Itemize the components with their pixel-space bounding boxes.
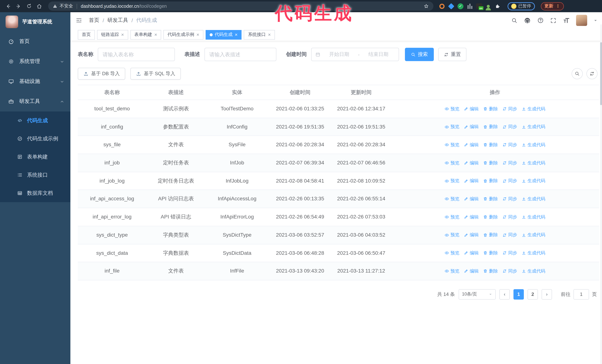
address-bar[interactable]: 不安全 dashboard.yudao.iocoder.cn/tool/code… <box>48 1 433 11</box>
action-preview-link[interactable]: 预览 <box>445 196 459 202</box>
table-name-input[interactable] <box>98 48 175 61</box>
prev-page-button[interactable]: ‹ <box>499 289 510 300</box>
extension-icon[interactable]: ✓ <box>457 3 464 10</box>
action-preview-link[interactable]: 预览 <box>445 159 459 166</box>
app-logo[interactable]: 芋道管理系统 <box>0 12 70 31</box>
tab-系统接口[interactable]: 系统接口× <box>244 30 275 40</box>
action-generate-code-link[interactable]: 生成代码 <box>522 159 545 166</box>
page-button-1[interactable]: 1 <box>514 289 524 300</box>
action-sync-link[interactable]: 同步 <box>502 196 517 202</box>
extension-icon[interactable] <box>439 3 445 10</box>
action-sync-link[interactable]: 同步 <box>502 141 517 148</box>
goto-page-input[interactable] <box>573 289 589 300</box>
forward-icon[interactable] <box>14 2 23 10</box>
close-icon[interactable]: × <box>196 32 199 37</box>
action-preview-link[interactable]: 预览 <box>445 250 459 256</box>
reload-icon[interactable] <box>24 2 33 10</box>
action-edit-link[interactable]: 编辑 <box>464 141 479 148</box>
action-edit-link[interactable]: 编辑 <box>464 105 479 112</box>
action-sync-link[interactable]: 同步 <box>502 105 517 112</box>
refresh-table-button[interactable] <box>586 68 598 79</box>
action-preview-link[interactable]: 预览 <box>445 232 459 239</box>
sidebar-item-codegen[interactable]: 代码生成 <box>0 112 70 130</box>
action-sync-link[interactable]: 同步 <box>502 123 517 130</box>
fullscreen-icon[interactable] <box>550 17 556 23</box>
action-delete-link[interactable]: 删除 <box>483 213 498 220</box>
action-delete-link[interactable]: 删除 <box>483 159 498 166</box>
action-preview-link[interactable]: 预览 <box>445 268 459 274</box>
action-sync-link[interactable]: 同步 <box>502 177 517 184</box>
action-preview-link[interactable]: 预览 <box>445 177 459 184</box>
action-delete-link[interactable]: 删除 <box>483 141 498 148</box>
action-generate-code-link[interactable]: 生成代码 <box>522 196 545 202</box>
action-edit-link[interactable]: 编辑 <box>464 196 479 202</box>
sidebar-item-form-builder[interactable]: 表单构建 <box>0 148 70 166</box>
close-icon[interactable]: × <box>268 32 271 37</box>
extension-icon[interactable]: on <box>476 3 482 10</box>
extension-icon[interactable] <box>485 3 492 10</box>
search-button[interactable]: 搜索 <box>405 48 434 61</box>
browser-profile-chip[interactable]: 已暂停 <box>507 2 535 10</box>
tab-表单构建[interactable]: 表单构建× <box>130 30 161 40</box>
action-edit-link[interactable]: 编辑 <box>464 213 479 220</box>
action-generate-code-link[interactable]: 生成代码 <box>522 177 545 184</box>
action-sync-link[interactable]: 同步 <box>502 268 517 274</box>
action-sync-link[interactable]: 同步 <box>502 250 517 256</box>
tab-代码生成示例[interactable]: 代码生成示例× <box>163 30 203 40</box>
action-generate-code-link[interactable]: 生成代码 <box>522 105 545 112</box>
action-generate-code-link[interactable]: 生成代码 <box>522 232 545 239</box>
github-icon[interactable] <box>524 17 531 24</box>
toggle-search-button[interactable] <box>572 68 583 79</box>
action-preview-link[interactable]: 预览 <box>445 141 459 148</box>
browser-update-button[interactable]: 更新 ⋮ <box>541 2 564 10</box>
action-sync-link[interactable]: 同步 <box>502 213 517 220</box>
sidebar-item-infra[interactable]: 基础设施 <box>0 72 70 92</box>
action-edit-link[interactable]: 编辑 <box>464 250 479 256</box>
next-page-button[interactable]: › <box>542 289 552 300</box>
action-generate-code-link[interactable]: 生成代码 <box>522 213 545 220</box>
breadcrumb-item[interactable]: 研发工具 <box>108 17 128 24</box>
action-delete-link[interactable]: 删除 <box>483 250 498 256</box>
import-db-button[interactable]: 基于 DB 导入 <box>78 68 125 80</box>
help-icon[interactable] <box>537 17 544 24</box>
sidebar-item-home[interactable]: 首页 <box>0 31 70 52</box>
action-generate-code-link[interactable]: 生成代码 <box>522 123 545 130</box>
action-generate-code-link[interactable]: 生成代码 <box>522 268 545 274</box>
browser-menu-icon[interactable]: ⋮ <box>556 4 560 8</box>
sidebar-item-system-api[interactable]: 系统接口 <box>0 166 70 184</box>
action-sync-link[interactable]: 同步 <box>502 232 517 239</box>
back-icon[interactable] <box>4 2 13 10</box>
action-delete-link[interactable]: 删除 <box>483 123 498 130</box>
extension-icon[interactable] <box>448 3 455 10</box>
bookmark-star-icon[interactable] <box>423 3 429 9</box>
action-preview-link[interactable]: 预览 <box>445 123 459 130</box>
action-edit-link[interactable]: 编辑 <box>464 232 479 239</box>
font-size-icon[interactable] <box>563 17 570 24</box>
action-delete-link[interactable]: 删除 <box>483 177 498 184</box>
action-delete-link[interactable]: 删除 <box>483 105 498 112</box>
puzzle-icon[interactable] <box>494 3 501 10</box>
sidebar-item-system[interactable]: 系统管理 <box>0 52 70 72</box>
scrollbar[interactable] <box>600 24 602 364</box>
page-size-select[interactable]: 10条/页 <box>459 289 496 300</box>
action-generate-code-link[interactable]: 生成代码 <box>522 141 545 148</box>
tab-代码生成[interactable]: 代码生成× <box>206 30 242 40</box>
reset-button[interactable]: 重置 <box>438 48 466 61</box>
close-icon[interactable]: × <box>121 32 124 37</box>
action-preview-link[interactable]: 预览 <box>445 105 459 112</box>
action-edit-link[interactable]: 编辑 <box>464 123 479 130</box>
breadcrumb-item[interactable]: 首页 <box>89 17 99 24</box>
action-delete-link[interactable]: 删除 <box>483 268 498 274</box>
sidebar-item-devtools[interactable]: 研发工具 <box>0 92 70 112</box>
action-delete-link[interactable]: 删除 <box>483 232 498 239</box>
home-icon[interactable] <box>35 2 44 10</box>
action-edit-link[interactable]: 编辑 <box>464 268 479 274</box>
page-button-2[interactable]: 2 <box>527 289 538 300</box>
tab-链路追踪[interactable]: 链路追踪× <box>97 30 128 40</box>
action-generate-code-link[interactable]: 生成代码 <box>522 250 545 256</box>
sidebar-item-codegen-example[interactable]: 代码生成示例 <box>0 130 70 148</box>
close-icon[interactable]: × <box>154 32 157 37</box>
action-edit-link[interactable]: 编辑 <box>464 159 479 166</box>
search-icon[interactable] <box>511 17 517 23</box>
close-icon[interactable]: × <box>235 32 238 37</box>
